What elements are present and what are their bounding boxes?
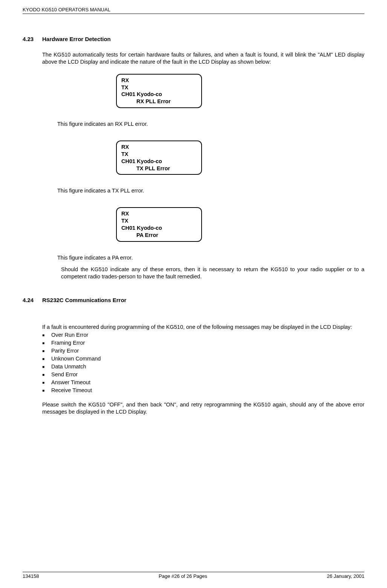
- lcd-line-4: RX PLL Error: [121, 98, 197, 105]
- lcd-line-3: CH01 Kyodo-co: [121, 225, 197, 232]
- list-item: ■Framing Error: [42, 339, 364, 347]
- lcd-line-4: TX PLL Error: [121, 165, 197, 172]
- page-footer: 134158 Page #26 of 26 Pages 26 January, …: [23, 572, 364, 579]
- list-item-label: Data Unmatch: [51, 363, 86, 371]
- section-number: 4.24: [23, 297, 42, 303]
- error-messages-list: ■Over Run Error ■Framing Error ■Parity E…: [42, 331, 364, 394]
- lcd-line-2: TX: [121, 84, 197, 91]
- bullet-icon: ■: [42, 363, 51, 370]
- list-item: ■Receive Timeout: [42, 386, 364, 394]
- lcd-line-3: CH01 Kyodo-co: [121, 158, 197, 165]
- section-title: RS232C Communications Error: [42, 297, 126, 303]
- lcd-line-1: RX: [121, 77, 197, 84]
- page-header: KYODO KG510 OPERATORS MANUAL: [23, 7, 364, 14]
- lcd-display-tx-pll-error: RX TX CH01 Kyodo-co TX PLL Error: [116, 141, 202, 175]
- bullet-icon: ■: [42, 379, 51, 386]
- section-number: 4.23: [23, 36, 42, 42]
- lcd-display-pa-error: RX TX CH01 Kyodo-co PA Error: [116, 207, 202, 241]
- section-4-24-outro: Please switch the KG510 "OFF", and then …: [42, 401, 364, 415]
- lcd-line-1: RX: [121, 210, 197, 217]
- lcd-line-2: TX: [121, 217, 197, 225]
- page-content: 4.23 Hardware Error Detection The KG510 …: [23, 14, 364, 415]
- bullet-icon: ■: [42, 371, 51, 378]
- list-item-label: Send Error: [51, 371, 78, 379]
- bullet-icon: ■: [42, 386, 51, 394]
- section-4-23-intro: The KG510 automatically tests for certai…: [42, 51, 364, 66]
- section-4-24-intro: If a fault is encountered during program…: [42, 324, 364, 331]
- section-heading-4-23: 4.23 Hardware Error Detection: [23, 36, 364, 42]
- list-item-label: Unknown Command: [51, 355, 101, 363]
- list-item: ■Unknown Command: [42, 355, 364, 363]
- lcd-line-4: PA Error: [121, 232, 197, 239]
- list-item-label: Over Run Error: [51, 331, 88, 339]
- list-item-label: Framing Error: [51, 339, 85, 347]
- bullet-icon: ■: [42, 355, 51, 362]
- list-item-label: Parity Error: [51, 347, 79, 355]
- section-4-23-remedy: Should the KG510 indicate any of these e…: [61, 266, 364, 280]
- footer-right: 26 January, 2001: [327, 573, 365, 579]
- lcd-line-1: RX: [121, 144, 197, 151]
- footer-left: 134158: [23, 573, 39, 579]
- list-item: ■Over Run Error: [42, 331, 364, 339]
- list-item-label: Receive Timeout: [51, 386, 92, 394]
- caption-tx-pll: This figure indicates a TX PLL error.: [57, 188, 364, 194]
- bullet-icon: ■: [42, 347, 51, 354]
- list-item: ■Send Error: [42, 371, 364, 379]
- bullet-icon: ■: [42, 339, 51, 346]
- caption-pa: This figure indicates a PA error.: [57, 255, 364, 261]
- section-title: Hardware Error Detection: [42, 36, 111, 42]
- lcd-line-3: CH01 Kyodo-co: [121, 91, 197, 98]
- footer-center: Page #26 of 26 Pages: [159, 573, 207, 579]
- lcd-display-rx-pll-error: RX TX CH01 Kyodo-co RX PLL Error: [116, 74, 202, 108]
- caption-rx-pll: This figure indicates an RX PLL error.: [57, 121, 364, 127]
- header-title: KYODO KG510 OPERATORS MANUAL: [23, 7, 110, 12]
- lcd-line-2: TX: [121, 151, 197, 158]
- bullet-icon: ■: [42, 331, 51, 338]
- section-heading-4-24: 4.24 RS232C Communications Error: [23, 297, 364, 303]
- list-item: ■Data Unmatch: [42, 363, 364, 371]
- list-item: ■Parity Error: [42, 347, 364, 355]
- list-item: ■Answer Timeout: [42, 379, 364, 386]
- list-item-label: Answer Timeout: [51, 379, 90, 386]
